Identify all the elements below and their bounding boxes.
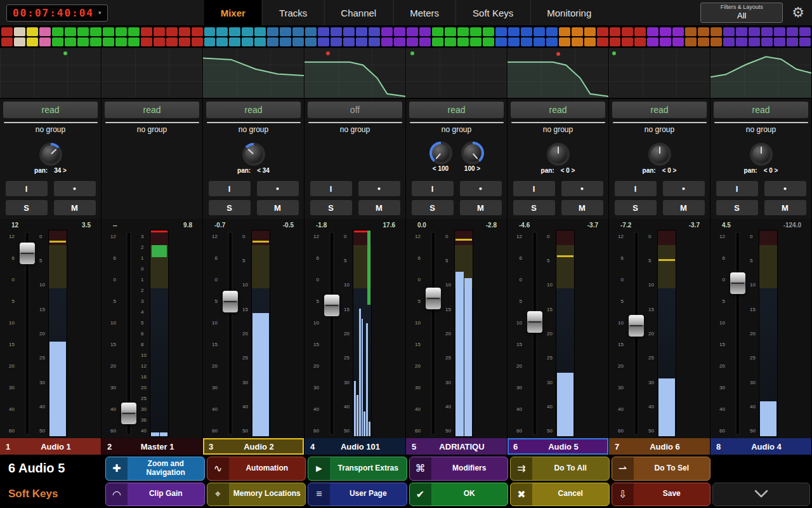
color-cell[interactable] [394, 27, 405, 36]
color-cell[interactable] [634, 27, 646, 36]
automation-mode-button[interactable]: read [612, 102, 707, 118]
color-cell[interactable] [1, 27, 13, 36]
color-cell[interactable] [128, 27, 140, 36]
color-cell[interactable] [723, 37, 735, 46]
color-cell[interactable] [647, 27, 658, 36]
color-cell[interactable] [356, 37, 367, 46]
color-cell[interactable] [572, 37, 583, 46]
color-cell[interactable] [242, 27, 253, 36]
color-cell[interactable] [65, 37, 76, 46]
color-cell[interactable] [534, 27, 545, 36]
color-cell[interactable] [90, 37, 102, 46]
color-cell[interactable] [521, 37, 532, 46]
fader[interactable] [118, 230, 140, 437]
color-cell[interactable] [584, 27, 596, 36]
fader-cap[interactable] [629, 315, 644, 337]
color-cell[interactable] [216, 27, 228, 36]
softkey-save[interactable]: ⇩Save [612, 483, 711, 507]
color-cell[interactable] [736, 27, 747, 36]
color-cell[interactable] [192, 37, 203, 46]
color-cell[interactable] [318, 37, 329, 46]
color-cell[interactable] [27, 37, 38, 46]
color-cell[interactable] [103, 27, 114, 36]
channel-name-bar[interactable]: 3 Audio 2 [203, 438, 304, 455]
input-monitor-button[interactable]: I [716, 181, 758, 196]
automation-graph[interactable] [304, 48, 405, 99]
color-cell[interactable] [483, 27, 494, 36]
automation-graph[interactable] [406, 48, 507, 99]
color-cell[interactable] [660, 27, 671, 36]
pan-knob[interactable] [648, 143, 671, 166]
mute-button[interactable]: M [460, 200, 502, 215]
automation-graph[interactable] [203, 48, 304, 99]
pan-section[interactable]: < 100100 > [406, 139, 507, 177]
color-cell[interactable] [331, 37, 342, 46]
softkey-do-to-all[interactable]: ⇉Do To All [510, 457, 610, 481]
color-cell[interactable] [508, 37, 520, 46]
color-cell[interactable] [723, 27, 735, 36]
color-cell[interactable] [710, 27, 722, 36]
softkey-memory-locations[interactable]: ⌖Memory Locations [207, 483, 306, 507]
automation-mode-button[interactable]: read [206, 102, 301, 118]
pan-section[interactable] [304, 139, 405, 177]
color-cell[interactable] [749, 37, 760, 46]
tab-monitoring[interactable]: Monitoring [530, 0, 608, 25]
pan-knob[interactable] [242, 143, 265, 166]
automation-graph[interactable] [102, 48, 202, 99]
pan-knob[interactable] [429, 142, 452, 164]
group-section[interactable]: no group [304, 121, 405, 139]
color-cell[interactable] [39, 37, 51, 46]
fader-cap[interactable] [20, 243, 35, 264]
color-cell[interactable] [14, 27, 25, 36]
mute-button[interactable]: M [561, 200, 603, 215]
color-cell[interactable] [495, 27, 507, 36]
softkey-zoom-and-navigation[interactable]: ✚Zoom and Navigation [105, 457, 205, 481]
color-cell[interactable] [381, 37, 393, 46]
color-cell[interactable] [597, 37, 608, 46]
fader-cap[interactable] [223, 291, 238, 312]
fader[interactable] [625, 230, 647, 437]
channel-name-bar[interactable]: 4 Audio 101 [304, 438, 405, 455]
color-cell[interactable] [14, 37, 25, 46]
fader-cap[interactable] [426, 288, 441, 309]
mute-button[interactable]: M [663, 200, 705, 215]
fader[interactable] [422, 230, 444, 437]
record-arm-button[interactable]: ● [358, 181, 400, 196]
color-cell[interactable] [343, 37, 355, 46]
color-cell[interactable] [546, 27, 558, 36]
channel-name-bar[interactable]: 8 Audio 4 [710, 438, 811, 455]
color-cell[interactable] [584, 37, 596, 46]
color-cell[interactable] [254, 37, 266, 46]
color-cell[interactable] [419, 37, 431, 46]
mute-button[interactable]: M [764, 200, 806, 215]
color-cell[interactable] [432, 27, 443, 36]
color-cell[interactable] [572, 27, 583, 36]
solo-button[interactable]: S [412, 200, 454, 215]
color-cell[interactable] [394, 37, 405, 46]
record-arm-button[interactable]: ● [561, 181, 603, 196]
color-cell[interactable] [761, 37, 773, 46]
color-cell[interactable] [204, 37, 216, 46]
pan-knob[interactable] [39, 143, 62, 166]
color-cell[interactable] [457, 37, 469, 46]
color-cell[interactable] [356, 27, 367, 36]
color-cell[interactable] [77, 27, 89, 36]
channel-name-bar[interactable]: 7 Audio 6 [609, 438, 710, 455]
color-cell[interactable] [546, 37, 558, 46]
color-cell[interactable] [660, 37, 671, 46]
color-cell[interactable] [634, 37, 646, 46]
color-cell[interactable] [115, 27, 127, 36]
filters-layouts-selector[interactable]: Filters & Layouts All [700, 3, 783, 22]
softkey-ok[interactable]: ✔OK [409, 483, 509, 507]
automation-graph[interactable] [508, 48, 608, 99]
color-cell[interactable] [457, 27, 469, 36]
fader-cap[interactable] [324, 295, 339, 316]
color-cell[interactable] [27, 27, 38, 36]
color-cell[interactable] [787, 27, 798, 36]
color-cell[interactable] [305, 37, 317, 46]
pan-section[interactable]: pan:< 34 [203, 139, 304, 177]
color-cell[interactable] [799, 37, 811, 46]
color-cell[interactable] [229, 27, 240, 36]
color-cell[interactable] [280, 27, 291, 36]
color-cell[interactable] [559, 27, 570, 36]
